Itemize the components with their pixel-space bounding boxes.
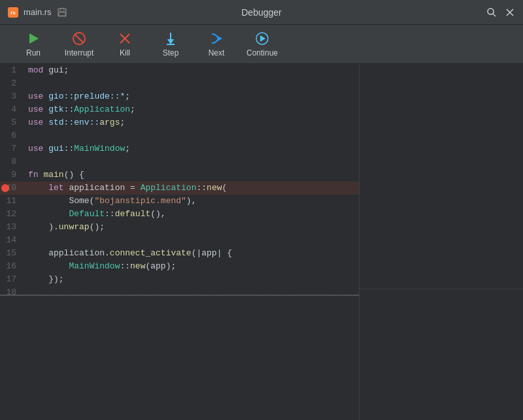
table-row: 3 use gio::prelude::*;: [0, 90, 359, 103]
line-number: 4: [0, 103, 23, 116]
svg-rect-3: [60, 8, 64, 12]
save-status-icon: [57, 7, 67, 18]
line-content: Some("bojanstipic.mend"),: [23, 195, 196, 208]
line-number: 8: [0, 155, 23, 169]
table-row: 4 use gtk::Application;: [0, 103, 359, 116]
line-number: 14: [0, 234, 23, 247]
line-content: [23, 234, 28, 247]
table-row: 10 let application = Application::new(: [0, 182, 359, 195]
next-icon: [209, 31, 224, 46]
line-content: MainWindow::new(app);: [23, 260, 176, 273]
line-number: 11: [0, 195, 23, 208]
line-content: [23, 77, 28, 90]
svg-marker-15: [167, 39, 174, 44]
svg-line-11: [75, 35, 83, 42]
run-icon: [26, 31, 41, 46]
line-number: 1: [0, 64, 23, 77]
table-row: 9 fn main() {: [0, 169, 359, 182]
code-scroll[interactable]: 1 mod gui; 2 3 use gio::prelude::*;: [0, 64, 359, 295]
table-row: 18: [0, 286, 359, 295]
line-number: 6: [0, 129, 23, 142]
app-title: Debugger: [241, 7, 282, 18]
line-content: });: [23, 273, 64, 286]
table-row: 16 MainWindow::new(app);: [0, 260, 359, 273]
main-content: 1 mod gui; 2 3 use gio::prelude::*;: [0, 64, 523, 420]
filename-label: main.rs: [24, 7, 52, 17]
table-row: 17 });: [0, 273, 359, 286]
line-content: use gui::MainWindow;: [23, 142, 130, 155]
right-panel: [359, 64, 523, 420]
table-row: 2: [0, 77, 359, 90]
right-top-pane: [360, 64, 523, 289]
table-row: 5 use std::env::args;: [0, 116, 359, 129]
line-number: 3: [0, 90, 23, 103]
line-number: 17: [0, 273, 23, 286]
kill-icon: [118, 31, 132, 46]
step-label: Step: [163, 48, 179, 57]
line-content: use gtk::Application;: [23, 103, 135, 116]
code-editor[interactable]: 1 mod gui; 2 3 use gio::prelude::*;: [0, 64, 359, 295]
next-button[interactable]: Next: [194, 26, 239, 63]
table-row: 11 Some("bojanstipic.mend"),: [0, 195, 359, 208]
title-left: rs main.rs: [8, 7, 67, 18]
line-number: 18: [0, 286, 23, 295]
table-row: 1 mod gui;: [0, 64, 359, 77]
step-icon: [163, 31, 178, 46]
svg-rect-4: [59, 12, 65, 16]
file-icon: rs: [8, 7, 18, 18]
line-content: application.connect_activate(|app| {: [23, 247, 232, 260]
line-number: 12: [0, 208, 23, 221]
table-row: 8: [0, 155, 359, 169]
step-button[interactable]: Step: [148, 26, 194, 63]
table-row: 13 ).unwrap();: [0, 221, 359, 234]
table-row: 15 application.connect_activate(|app| {: [0, 247, 359, 260]
line-content: use std::env::args;: [23, 116, 125, 129]
title-actions: [486, 7, 515, 18]
line-number: 9: [0, 169, 23, 182]
line-content: ).unwrap();: [23, 221, 105, 234]
svg-marker-17: [218, 36, 222, 41]
bottom-pane: [0, 296, 359, 420]
line-content: [23, 286, 28, 295]
table-row: 12 Default::default(),: [0, 208, 359, 221]
kill-label: Kill: [120, 48, 130, 57]
line-content: [23, 155, 28, 169]
line-number: 15: [0, 247, 23, 260]
table-row: 6: [0, 129, 359, 142]
line-content: mod gui;: [23, 64, 69, 77]
table-row: 7 use gui::MainWindow;: [0, 142, 359, 155]
debugger-toolbar: Run Interrupt Kill Step: [0, 25, 523, 64]
svg-point-5: [488, 8, 494, 14]
line-number: 16: [0, 260, 23, 273]
editor-panel: 1 mod gui; 2 3 use gio::prelude::*;: [0, 64, 359, 420]
line-number: 10: [0, 182, 23, 195]
kill-button[interactable]: Kill: [102, 26, 148, 63]
continue-label: Continue: [246, 48, 278, 57]
line-number: 2: [0, 77, 23, 90]
line-content: use gio::prelude::*;: [23, 90, 130, 103]
breakpoint-marker: [1, 184, 9, 192]
line-content: let application = Application::new(: [23, 182, 227, 195]
table-row: 14: [0, 234, 359, 247]
code-lines: 1 mod gui; 2 3 use gio::prelude::*;: [0, 64, 359, 295]
run-button[interactable]: Run: [10, 26, 56, 63]
search-button[interactable]: [486, 7, 497, 18]
svg-line-6: [493, 14, 496, 16]
svg-text:rs: rs: [10, 10, 16, 16]
run-label: Run: [26, 48, 41, 57]
interrupt-button[interactable]: Interrupt: [56, 26, 102, 63]
close-button[interactable]: [505, 7, 515, 18]
line-content: [23, 129, 28, 142]
right-bottom-pane: [360, 289, 523, 420]
line-number: 5: [0, 116, 23, 129]
interrupt-icon: [72, 31, 86, 46]
continue-button[interactable]: Continue: [239, 26, 285, 63]
interrupt-label: Interrupt: [65, 48, 94, 57]
svg-marker-9: [29, 33, 39, 44]
line-content: fn main() {: [23, 169, 84, 182]
next-label: Next: [209, 48, 225, 57]
line-number: 13: [0, 221, 23, 234]
continue-icon: [255, 31, 269, 46]
svg-marker-19: [260, 35, 265, 42]
title-bar: rs main.rs Debugger: [0, 0, 523, 25]
